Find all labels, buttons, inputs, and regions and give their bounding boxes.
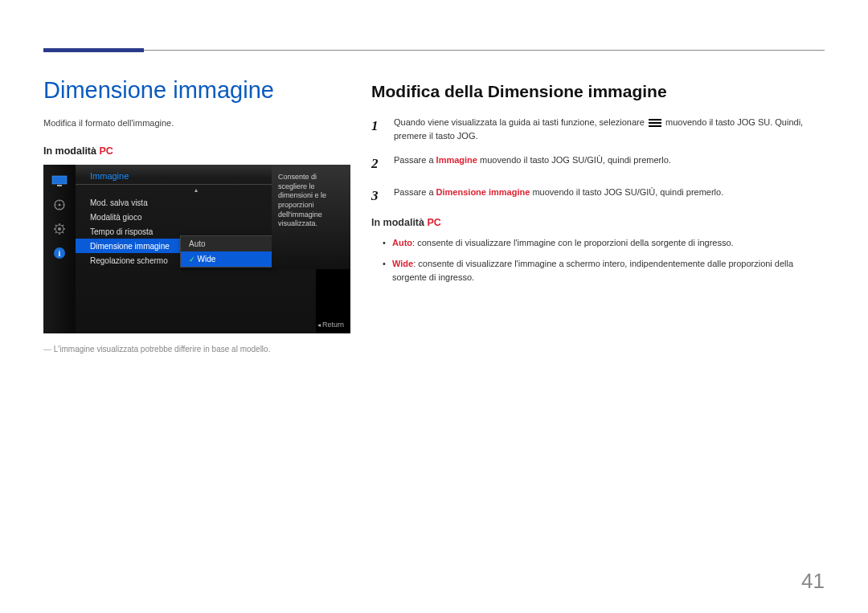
osd-row-label: Tempo di risposta xyxy=(90,227,301,236)
step-text-fragment: Passare a xyxy=(394,155,436,165)
osd-row-label: Mod. salva vista xyxy=(90,198,291,207)
step-highlight: Immagine xyxy=(436,155,477,165)
step-text-fragment: Passare a xyxy=(394,187,436,197)
osd-option-auto: Auto xyxy=(181,236,276,251)
mode-highlight: PC xyxy=(99,145,113,157)
sub-mode-highlight: PC xyxy=(427,217,440,228)
screenshot-footnote: L'immagine visualizzata potrebbe differi… xyxy=(43,345,349,353)
svg-rect-0 xyxy=(52,176,67,184)
definition-auto: Auto: consente di visualizzare l'immagin… xyxy=(383,236,825,251)
info-icon: i xyxy=(51,247,68,260)
svg-point-5 xyxy=(58,227,61,231)
svg-point-3 xyxy=(59,204,61,206)
header-rule xyxy=(43,50,825,51)
right-column: Modifica della Dimensione immagine 1 Qua… xyxy=(371,56,825,353)
step-text-fragment: muovendo il tasto JOG SU/GIÙ, quindi pre… xyxy=(530,187,723,197)
step-text-fragment: muovendo il tasto JOG SU/GIÙ, quindi pre… xyxy=(477,155,671,165)
osd-row-label: Modalità gioco xyxy=(90,213,291,222)
section-title: Dimensione immagine xyxy=(43,77,349,104)
step-1: 1 Quando viene visualizzata la guida ai … xyxy=(371,116,825,142)
monitor-icon xyxy=(51,174,68,187)
circle-icon xyxy=(51,198,68,211)
mode-label: In modalità PC xyxy=(43,145,349,157)
procedure-title: Modifica della Dimensione immagine xyxy=(371,82,825,101)
sub-mode-label: In modalità PC xyxy=(371,217,825,228)
page-number: 41 xyxy=(801,569,825,594)
definitions-list: Auto: consente di visualizzare l'immagin… xyxy=(371,236,825,285)
svg-rect-1 xyxy=(57,185,62,186)
step-2: 2 Passare a Immagine muovendo il tasto J… xyxy=(371,153,825,174)
gear-icon xyxy=(51,223,68,235)
step-text: Passare a Immagine muovendo il tasto JOG… xyxy=(394,153,825,174)
step-number: 2 xyxy=(371,153,383,174)
step-text: Quando viene visualizzata la guida ai ta… xyxy=(394,116,825,142)
definition-wide: Wide: consente di visualizzare l'immagin… xyxy=(383,257,825,285)
osd-sidebar: i xyxy=(43,165,76,333)
definition-term: Auto xyxy=(392,238,412,247)
osd-option-wide-selected: Wide xyxy=(181,251,276,267)
osd-return-label: Return xyxy=(317,321,344,329)
header-accent-bar xyxy=(43,48,144,52)
section-desc: Modifica il formato dell'immagine. xyxy=(43,118,349,128)
left-column: Dimensione immagine Modifica il formato … xyxy=(43,56,349,353)
definition-text: : consente di visualizzare l'immagine co… xyxy=(412,238,734,247)
definition-text: : consente di visualizzare l'immagine a … xyxy=(392,259,793,283)
osd-screenshot: i Immagine ▴ Mod. salva vista Off Modali… xyxy=(43,165,350,333)
step-text-fragment: Quando viene visualizzata la guida ai ta… xyxy=(394,117,647,127)
step-number: 3 xyxy=(371,186,383,206)
step-text: Passare a Dimensione immagine muovendo i… xyxy=(394,186,825,206)
sub-mode-prefix: In modalità xyxy=(371,217,427,228)
svg-text:i: i xyxy=(59,249,61,258)
step-highlight: Dimensione immagine xyxy=(436,187,530,197)
definition-term: Wide xyxy=(392,259,413,268)
step-3: 3 Passare a Dimensione immagine muovendo… xyxy=(371,186,825,206)
menu-icon xyxy=(649,119,661,127)
osd-info-panel: Consente di scegliere le dimensioni e le… xyxy=(272,165,350,269)
step-number: 1 xyxy=(371,116,383,142)
osd-submenu: Auto Wide xyxy=(180,235,276,268)
mode-prefix: In modalità xyxy=(43,145,99,157)
